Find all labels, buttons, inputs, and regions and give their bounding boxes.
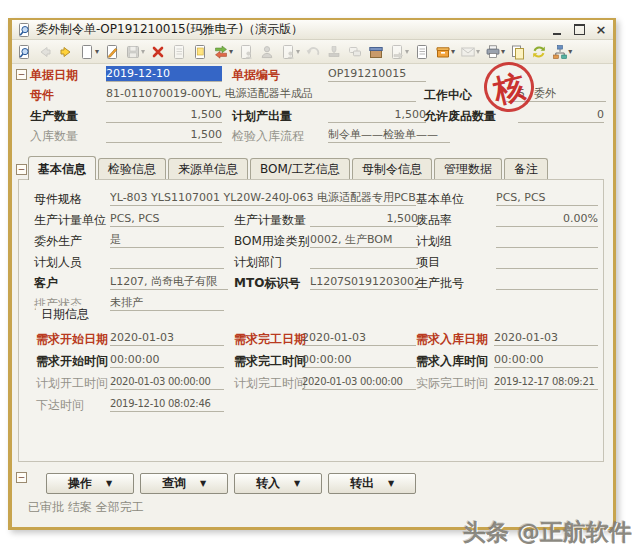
- plan-group-label: 计划组: [416, 234, 452, 248]
- req-in-date-field[interactable]: 2020-01-03: [494, 330, 598, 346]
- work-center-value: 委外: [534, 87, 556, 100]
- forward-icon[interactable]: [57, 43, 75, 61]
- archive-box-icon[interactable]: [367, 43, 385, 61]
- dropdown-icon: ▼: [106, 479, 112, 488]
- collapse-header-icon[interactable]: −: [16, 69, 27, 80]
- plan-start-time-field[interactable]: 2020-01-03 00:00:00: [110, 374, 224, 390]
- plan-dept-field[interactable]: [310, 253, 418, 269]
- mail-icon: ▾: [459, 43, 481, 61]
- bom-usage-field[interactable]: 0002, 生产BOM: [310, 232, 418, 248]
- doc-export-icon: ▾: [388, 43, 410, 61]
- req-in-date-label: 需求入库日期: [416, 332, 488, 346]
- refresh-icon[interactable]: [530, 43, 548, 61]
- transfer-icon[interactable]: ▾: [212, 43, 234, 61]
- tab-parent-order-info[interactable]: 母制令信息: [352, 158, 432, 180]
- in-qty-field[interactable]: 1,500: [106, 127, 222, 143]
- parent-item-label: 母件: [30, 88, 54, 102]
- planned-output-label: 计划产出量: [232, 109, 292, 123]
- new-doc-icon[interactable]: ▾: [78, 43, 100, 61]
- tab-source-doc-info[interactable]: 来源单信息: [168, 158, 248, 180]
- plan-start-time-label: 计划开工时间: [36, 376, 108, 390]
- release-time-field[interactable]: 2019-12-10 08:02:46: [110, 396, 224, 412]
- date-info-group-title: 日期信息: [36, 306, 94, 323]
- copy-pages-icon[interactable]: [509, 43, 527, 61]
- actual-finish-time-field[interactable]: 2019-12-17 08:09:21: [494, 374, 598, 390]
- view-search-icon[interactable]: [15, 43, 33, 61]
- prod-meas-qty-field[interactable]: 1,500: [310, 211, 418, 227]
- transfer-out-button[interactable]: 转出▼: [328, 473, 416, 494]
- tab-basic-info[interactable]: 基本信息: [28, 156, 96, 180]
- collapse-tabs-icon[interactable]: −: [16, 164, 27, 175]
- stamp-icon: [325, 43, 343, 61]
- project-field[interactable]: [496, 253, 598, 269]
- outsourced-field[interactable]: 是: [110, 232, 224, 248]
- req-start-date-field[interactable]: 2020-01-03: [110, 330, 224, 346]
- mto-id-label: MTO标识号: [234, 276, 300, 290]
- doc-plain-icon[interactable]: [413, 43, 431, 61]
- schedule-status-field[interactable]: 未排产: [110, 295, 224, 311]
- query-button[interactable]: 查询▼: [140, 473, 228, 494]
- project-label: 项目: [416, 255, 440, 269]
- req-start-time-field[interactable]: 00:00:00: [110, 352, 224, 368]
- title-bar: 委外制令单-OP191210015(玛雅电子)（演示版） ×: [12, 20, 613, 40]
- maximize-button[interactable]: [571, 22, 587, 37]
- req-finish-time-field[interactable]: 00:00:00: [302, 352, 416, 368]
- maximize-icon: [574, 24, 585, 35]
- transfer-in-button[interactable]: 转入▼: [234, 473, 322, 494]
- minimize-icon: [553, 33, 561, 35]
- doc-no-field[interactable]: OP191210015: [328, 66, 426, 82]
- planner-field[interactable]: [110, 253, 224, 269]
- delete-icon[interactable]: [149, 43, 167, 61]
- customer-label: 客户: [34, 276, 58, 290]
- spec-field[interactable]: YL-803 YLS1107001 YL20W-240J-063 电源适配器专用…: [110, 190, 416, 206]
- print-icon[interactable]: ▾: [484, 43, 506, 61]
- archive-orange-icon[interactable]: ▾: [434, 43, 456, 61]
- prod-qty-field[interactable]: 1,500: [106, 107, 222, 123]
- user-doc-icon: ▾: [279, 43, 301, 61]
- paste-doc-icon[interactable]: [191, 43, 209, 61]
- tab-remarks[interactable]: 备注: [504, 158, 548, 180]
- tab-inspection-info[interactable]: 检验信息: [98, 158, 166, 180]
- minimize-button[interactable]: [549, 22, 565, 37]
- planned-output-field[interactable]: 1,500: [328, 107, 426, 123]
- prod-uom-field[interactable]: PCS, PCS: [110, 211, 224, 227]
- window-title: 委外制令单-OP191210015(玛雅电子)（演示版）: [36, 21, 543, 38]
- tab-bom-process-info[interactable]: BOM/工艺信息: [250, 158, 350, 180]
- mto-id-field[interactable]: L1207S01912030021: [310, 274, 418, 290]
- dropdown-icon: ▼: [388, 479, 394, 488]
- flow-icon[interactable]: ▾: [551, 43, 573, 61]
- plan-finish-time-field[interactable]: 2020-01-03 00:00:00: [302, 374, 416, 390]
- req-start-time-label: 需求开始时间: [36, 354, 108, 368]
- allowed-scrap-field[interactable]: 0: [518, 107, 604, 123]
- plan-group-field[interactable]: [496, 232, 598, 248]
- back-icon: [36, 43, 54, 61]
- inspect-flow-field[interactable]: 制令单——检验单——: [328, 127, 450, 143]
- req-finish-date-field[interactable]: 2020-01-03: [302, 330, 416, 346]
- req-in-time-label: 需求入库时间: [416, 354, 488, 368]
- toolbar: ▾▾▾▾▾▾▾▾▾: [12, 40, 613, 64]
- edit-doc-icon[interactable]: [103, 43, 121, 61]
- doc-date-field[interactable]: 2019-12-10: [106, 66, 222, 82]
- collapse-footer-icon[interactable]: −: [16, 472, 27, 483]
- tab-strip: 基本信息 检验信息 来源单信息 BOM/工艺信息 母制令信息 管理数据 备注: [28, 160, 550, 180]
- close-button[interactable]: ×: [593, 22, 609, 37]
- tab-management-data[interactable]: 管理数据: [434, 158, 502, 180]
- prod-meas-qty-label: 生产计量数量: [234, 213, 306, 227]
- actual-finish-time-label: 实际完工时间: [416, 376, 488, 390]
- user-icon: [258, 43, 276, 61]
- parent-item-field[interactable]: 81-011070019-00YL, 电源适配器半成品: [106, 86, 416, 102]
- operate-button[interactable]: 操作▼: [46, 473, 134, 494]
- inspect-flow-label: 检验入库流程: [232, 129, 304, 143]
- doc-no-label: 单据编号: [232, 68, 280, 82]
- prod-qty-label: 生产数量: [30, 109, 78, 123]
- req-in-time-field[interactable]: 00:00:00: [494, 352, 598, 368]
- doc-date-label: 单据日期: [30, 68, 78, 82]
- req-finish-date-label: 需求完工日期: [234, 332, 306, 346]
- release-time-label: 下达时间: [36, 398, 84, 412]
- batch-field[interactable]: [496, 274, 598, 290]
- plan-dept-label: 计划部门: [234, 255, 282, 269]
- bom-usage-label: BOM用途类别: [234, 234, 310, 248]
- customer-field[interactable]: L1207, 尚奇电子有限: [110, 274, 228, 290]
- scrap-rate-field[interactable]: 0.00%: [496, 211, 598, 227]
- base-unit-field[interactable]: PCS, PCS: [496, 190, 598, 206]
